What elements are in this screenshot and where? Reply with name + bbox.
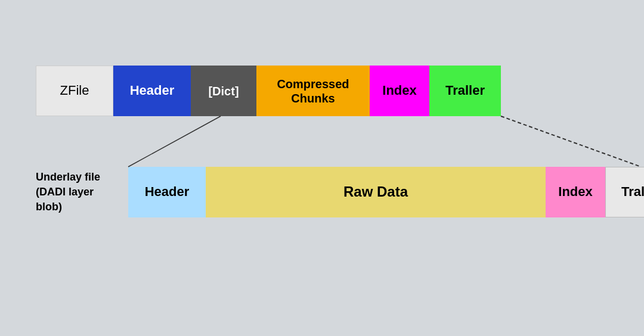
bottom-row: Underlay file(DADI layer blob) Header Ra… [36, 167, 644, 217]
header-blue-label: Header [130, 83, 175, 98]
index-magenta-label: Index [382, 83, 416, 98]
dict-label: [Dict] [208, 84, 239, 98]
diagram-container: ZFile Header [Dict] CompressedChunks Ind… [0, 0, 644, 336]
top-row: ZFile Header [Dict] CompressedChunks Ind… [36, 66, 501, 116]
zfile-block: ZFile [36, 66, 113, 116]
header-blue-block: Header [113, 66, 191, 116]
svg-line-0 [128, 116, 221, 167]
traller-green-block: Traller [429, 66, 501, 116]
rawdata-block: Raw Data [206, 167, 546, 217]
dict-block: [Dict] [191, 66, 256, 116]
svg-line-1 [501, 116, 641, 167]
index-magenta-block: Index [370, 66, 429, 116]
traller-green-label: Traller [445, 83, 485, 98]
compressed-block: CompressedChunks [256, 66, 370, 116]
underlay-label: Underlay file(DADI layer blob) [36, 170, 128, 215]
header-lightblue-block: Header [128, 167, 206, 217]
traller-bottom-label: Traller [621, 184, 644, 200]
index-pink-block: Index [546, 167, 605, 217]
traller-bottom-block: Traller [605, 167, 644, 217]
header-lightblue-label: Header [145, 184, 190, 200]
zfile-label: ZFile [60, 83, 89, 98]
compressed-label: CompressedChunks [277, 77, 349, 105]
index-pink-label: Index [558, 184, 592, 200]
rawdata-label: Raw Data [343, 183, 408, 201]
